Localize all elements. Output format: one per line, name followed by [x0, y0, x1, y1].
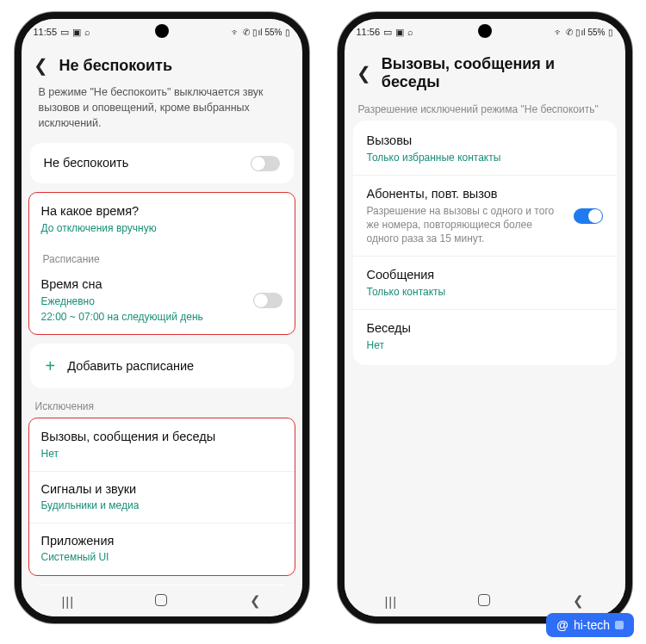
battery-percent: 55%: [264, 28, 282, 37]
nav-recent-button[interactable]: |||: [374, 594, 408, 609]
repeat-label: Абоненты, повт. вызов: [367, 186, 565, 202]
screen-content: ❮ Не беспокоить В режиме "Не беспокоить"…: [22, 45, 302, 585]
exceptions-highlight-box: Вызовы, сообщения и беседы Нет Сигналы и…: [28, 418, 295, 575]
repeat-callers-row[interactable]: Абоненты, повт. вызов Разрешение на вызо…: [353, 175, 617, 256]
signal-icon: ▯ıl: [252, 28, 262, 37]
signal-icon: ▯ıl: [575, 28, 585, 37]
sleep-schedule-row[interactable]: Время сна Ежедневно 22:00 ~ 07:00 на сле…: [29, 267, 295, 333]
duration-row[interactable]: На какое время? До отключения вручную: [29, 194, 295, 245]
messages-row[interactable]: Сообщения Только контакты: [353, 256, 617, 309]
watermark-badge: @ hi-tech: [546, 613, 634, 637]
chats-label: Беседы: [367, 320, 603, 337]
exception-apps-row[interactable]: Приложения Системный UI: [29, 523, 295, 574]
badge-text: hi-tech: [574, 618, 610, 632]
nav-back-button[interactable]: ❮: [561, 593, 595, 609]
dnd-master-toggle[interactable]: [251, 156, 280, 171]
exceptions-subtitle: Разрешение исключений режима "Не беспоко…: [345, 100, 625, 121]
back-icon[interactable]: ❮: [30, 55, 53, 76]
exception-alarms-row[interactable]: Сигналы и звуки Будильники и медиа: [29, 471, 295, 523]
status-icon-card: ▭: [383, 27, 392, 38]
home-icon: [478, 594, 490, 606]
duration-label: На какое время?: [41, 203, 283, 220]
dnd-master-card: Не беспокоить: [30, 143, 294, 183]
nav-bar: ||| ❮: [345, 585, 625, 616]
status-icon-card: ▭: [60, 27, 69, 38]
page-description: В режиме "Не беспокоить" выключается зву…: [22, 84, 302, 143]
nav-recent-button[interactable]: |||: [51, 594, 85, 609]
ex3-label: Приложения: [41, 533, 283, 549]
battery-percent: 55%: [587, 28, 605, 37]
status-time: 11:56: [357, 27, 381, 37]
calls-sub: Только избранные контакты: [367, 151, 603, 164]
calls-row[interactable]: Вызовы Только избранные контакты: [353, 122, 617, 175]
page-title: Не беспокоить: [59, 57, 173, 75]
camera-notch: [155, 24, 169, 38]
screen-content: ❮ Вызовы, сообщения и беседы Разрешение …: [345, 45, 625, 585]
wifi-icon: ᯤ: [555, 28, 563, 37]
add-schedule-row[interactable]: + Добавить расписание: [30, 345, 294, 387]
page-title: Вызовы, сообщения и беседы: [382, 55, 612, 91]
home-icon: [155, 594, 167, 606]
chats-sub: Нет: [367, 338, 603, 352]
badge-at: @: [556, 618, 568, 632]
exceptions-section-header: Исключения: [22, 397, 302, 418]
back-icon[interactable]: ❮: [353, 63, 375, 84]
ex3-sub: Системный UI: [41, 550, 283, 564]
nav-home-button[interactable]: [144, 594, 178, 609]
calls-label: Вызовы: [367, 133, 603, 149]
status-icon-search: ⌕: [84, 27, 90, 37]
battery-icon: ▯: [608, 28, 613, 37]
add-schedule-card: + Добавить расписание: [30, 344, 294, 388]
repeat-toggle[interactable]: [574, 208, 603, 224]
plus-icon: +: [46, 357, 56, 375]
phone-icon: ✆: [243, 28, 250, 37]
battery-icon: ▯: [285, 28, 290, 37]
dnd-master-row[interactable]: Не беспокоить: [30, 145, 294, 182]
sleep-toggle[interactable]: [253, 293, 283, 308]
chats-row[interactable]: Беседы Нет: [353, 309, 617, 362]
nav-bar: ||| ❮: [22, 585, 302, 616]
badge-square-icon: [615, 621, 624, 629]
page-header: ❮ Не беспокоить: [22, 45, 302, 84]
page-header: ❮ Вызовы, сообщения и беседы: [345, 45, 625, 100]
status-icon-image: ▣: [72, 27, 81, 38]
repeat-sub: Разрешение на вызовы с одного и того же …: [367, 204, 565, 246]
schedule-highlight-box: На какое время? До отключения вручную Ра…: [28, 192, 295, 335]
add-schedule-label: Добавить расписание: [67, 358, 194, 375]
sleep-sub1: Ежедневно: [41, 294, 245, 308]
sleep-label: Время сна: [41, 276, 245, 293]
phone-icon: ✆: [566, 28, 573, 37]
status-time: 11:55: [34, 27, 58, 37]
camera-notch: [478, 24, 492, 38]
wifi-icon: ᯤ: [232, 28, 240, 37]
ex1-sub: Нет: [41, 447, 283, 461]
phone-frame-right: 11:56 ▭ ▣ ⌕ ᯤ ✆ ▯ıl 55% ▯ ❮ Вызовы, сооб…: [338, 12, 632, 623]
ex2-label: Сигналы и звуки: [41, 481, 283, 498]
phone-frame-left: 11:55 ▭ ▣ ⌕ ᯤ ✆ ▯ıl 55% ▯ ❮ Не беспокоит…: [15, 12, 309, 623]
schedule-section-header: Расписание: [29, 245, 295, 267]
ex1-label: Вызовы, сообщения и беседы: [41, 429, 283, 445]
exceptions-settings-card: Вызовы Только избранные контакты Абонент…: [353, 121, 617, 365]
messages-sub: Только контакты: [367, 285, 603, 299]
sleep-sub2: 22:00 ~ 07:00 на следующий день: [41, 310, 245, 324]
status-icon-search: ⌕: [407, 27, 413, 37]
dnd-master-label: Не беспокоить: [44, 155, 242, 171]
duration-sub: До отключения вручную: [41, 221, 283, 235]
nav-home-button[interactable]: [467, 594, 501, 609]
messages-label: Сообщения: [367, 267, 603, 283]
exception-calls-row[interactable]: Вызовы, сообщения и беседы Нет: [29, 419, 295, 470]
status-icon-image: ▣: [395, 27, 404, 38]
ex2-sub: Будильники и медиа: [41, 498, 283, 512]
nav-back-button[interactable]: ❮: [238, 593, 272, 609]
